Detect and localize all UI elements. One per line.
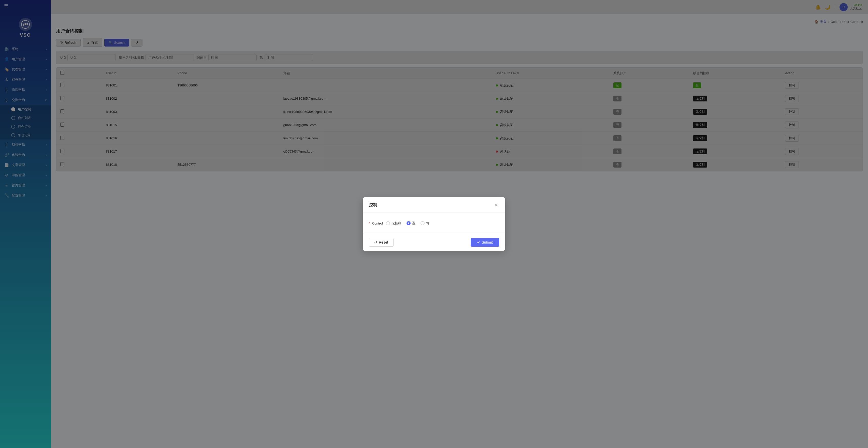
radio-loss[interactable]: 亏: [421, 221, 429, 226]
radio-profit-circle: [406, 221, 411, 225]
control-form-row: * Control 无控制 盈 亏: [369, 221, 499, 226]
control-field-label: * Control: [369, 221, 383, 225]
control-modal: 控制 ✕ * Control 无控制 盈: [363, 197, 505, 251]
radio-profit-label: 盈: [412, 221, 415, 226]
modal-title: 控制: [369, 202, 377, 208]
modal-close-button[interactable]: ✕: [492, 201, 499, 209]
modal-reset-button[interactable]: ↺ Reset: [369, 238, 394, 247]
radio-none[interactable]: 无控制: [386, 221, 401, 226]
modal-header: 控制 ✕: [363, 197, 505, 213]
control-label-text: Control: [372, 221, 383, 225]
radio-loss-circle: [421, 221, 425, 225]
modal-body: * Control 无控制 盈 亏: [363, 213, 505, 234]
radio-profit[interactable]: 盈: [406, 221, 415, 226]
submit-icon: ✔: [477, 240, 480, 244]
modal-submit-button[interactable]: ✔ Submit: [471, 238, 499, 247]
modal-footer: ↺ Reset ✔ Submit: [363, 234, 505, 251]
control-radio-group: 无控制 盈 亏: [386, 221, 429, 226]
radio-loss-label: 亏: [426, 221, 429, 226]
reset-icon: ↺: [374, 240, 377, 244]
submit-button-label: Submit: [482, 240, 493, 244]
modal-overlay: 控制 ✕ * Control 无控制 盈: [0, 0, 868, 448]
reset-button-label: Reset: [379, 240, 388, 244]
radio-none-label: 无控制: [392, 221, 401, 226]
radio-none-circle: [386, 221, 390, 225]
required-indicator: *: [369, 221, 370, 225]
